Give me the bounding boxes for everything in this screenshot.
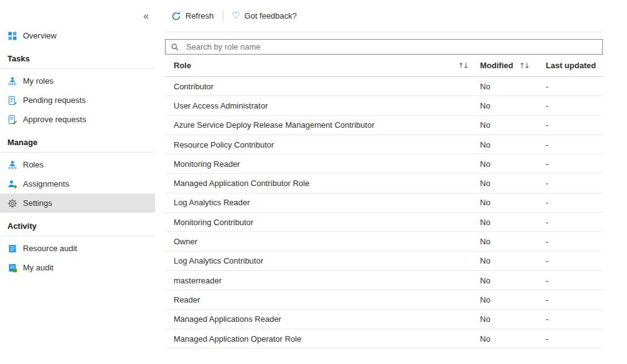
feedback-button[interactable]: ♡ Got feedback? xyxy=(232,11,297,20)
table-body: Contributor No - User Access Administrat… xyxy=(165,77,603,348)
modified-value: No xyxy=(480,256,546,265)
collapse-sidebar-icon[interactable]: « xyxy=(143,11,149,21)
sidebar-item-my-audit[interactable]: My audit xyxy=(0,258,155,277)
table-row[interactable]: Managed Application Operator Role No - xyxy=(165,329,603,348)
last-updated-value: - xyxy=(546,295,603,304)
resource-audit-icon xyxy=(7,244,17,254)
modified-value: No xyxy=(480,101,546,110)
command-bar: Refresh ♡ Got feedback? xyxy=(165,0,603,32)
search-icon xyxy=(171,43,180,51)
role-name: Monitoring Reader xyxy=(165,159,480,169)
sidebar-item-label: Resource audit xyxy=(23,244,77,253)
role-name: Azure Service Deploy Release Management … xyxy=(165,120,480,130)
toolbar-divider xyxy=(223,11,223,21)
role-name: Managed Applications Reader xyxy=(165,314,480,324)
role-name: Log Analytics Contributor xyxy=(165,256,480,265)
sidebar-section-header-tasks: Tasks xyxy=(0,45,155,68)
settings-gear-icon xyxy=(7,198,17,208)
last-updated-value: - xyxy=(546,101,603,110)
table-row[interactable]: Resource Policy Contributor No - xyxy=(165,135,603,154)
sidebar-item-assignments[interactable]: Assignments xyxy=(0,174,155,193)
table-row[interactable]: masterreader No - xyxy=(165,271,603,290)
sidebar-section-header-activity: Activity xyxy=(0,213,155,236)
column-header-last-updated[interactable]: Last updated xyxy=(546,61,596,70)
table-row[interactable]: Log Analytics Contributor No - xyxy=(165,252,603,271)
column-header-modified[interactable]: Modified xyxy=(480,61,513,70)
search-input[interactable] xyxy=(185,42,597,52)
sidebar-item-roles[interactable]: Roles xyxy=(0,155,155,174)
sidebar-item-label: Overview xyxy=(23,31,56,40)
last-updated-value: - xyxy=(546,334,603,344)
role-name: Monitoring Contributor xyxy=(165,218,480,227)
roles-icon xyxy=(7,160,17,170)
last-updated-value: - xyxy=(546,218,603,227)
modified-value: No xyxy=(480,295,546,304)
sidebar-item-resource-audit[interactable]: Resource audit xyxy=(0,239,155,258)
role-name: Managed Application Contributor Role xyxy=(165,179,480,188)
modified-value: No xyxy=(480,82,546,91)
table-row[interactable]: Monitoring Contributor No - xyxy=(165,213,603,232)
table-row[interactable]: Managed Application Contributor Role No … xyxy=(165,174,603,193)
feedback-label: Got feedback? xyxy=(244,11,297,20)
refresh-icon xyxy=(171,11,181,21)
role-name: Managed Application Operator Role xyxy=(165,334,480,344)
refresh-label: Refresh xyxy=(185,11,214,20)
sidebar-divider xyxy=(0,152,155,153)
sidebar-item-label: My audit xyxy=(23,263,53,272)
last-updated-value: - xyxy=(546,314,603,324)
sidebar-item-label: Pending requests xyxy=(23,95,86,105)
modified-value: No xyxy=(480,237,546,246)
last-updated-value: - xyxy=(546,237,603,246)
last-updated-value: - xyxy=(546,276,603,285)
main-content: Refresh ♡ Got feedback? Role ↑↓ Modified… xyxy=(165,0,603,348)
sidebar-divider xyxy=(0,236,155,236)
overview-icon xyxy=(7,31,17,41)
table-row[interactable]: User Access Administrator No - xyxy=(165,96,603,115)
refresh-button[interactable]: Refresh xyxy=(171,11,214,21)
last-updated-value: - xyxy=(546,82,603,91)
role-name: masterreader xyxy=(165,276,480,285)
modified-value: No xyxy=(480,140,546,149)
sidebar-item-label: Settings xyxy=(23,198,52,208)
last-updated-value: - xyxy=(546,198,603,207)
sidebar-item-overview[interactable]: Overview xyxy=(0,26,155,45)
table-row[interactable]: Managed Applications Reader No - xyxy=(165,310,603,329)
assignments-icon xyxy=(7,179,17,189)
table-row[interactable]: Contributor No - xyxy=(165,77,603,96)
column-header-role[interactable]: Role xyxy=(174,61,191,70)
sort-role-icon[interactable]: ↑↓ xyxy=(458,61,469,70)
table-row[interactable]: Log Analytics Reader No - xyxy=(165,193,603,213)
modified-value: No xyxy=(480,120,546,130)
table-row[interactable]: Monitoring Reader No - xyxy=(165,154,603,174)
modified-value: No xyxy=(480,218,546,227)
search-box xyxy=(165,39,603,55)
last-updated-value: - xyxy=(546,256,603,265)
last-updated-value: - xyxy=(546,120,603,130)
modified-value: No xyxy=(480,276,546,285)
role-name: User Access Administrator xyxy=(165,101,480,110)
role-name: Contributor xyxy=(165,82,480,91)
table-row[interactable]: Reader No - xyxy=(165,290,603,309)
sidebar-item-label: Assignments xyxy=(23,179,69,189)
sidebar-item-my-roles[interactable]: My roles xyxy=(0,71,155,91)
sidebar-divider xyxy=(0,68,155,69)
table-row[interactable]: Owner No - xyxy=(165,232,603,251)
sort-modified-icon[interactable]: ↑↓ xyxy=(518,61,530,70)
approve-requests-icon xyxy=(7,115,17,125)
modified-value: No xyxy=(480,198,546,207)
table-row[interactable]: Azure Service Deploy Release Management … xyxy=(165,116,603,135)
last-updated-value: - xyxy=(546,179,603,188)
last-updated-value: - xyxy=(546,159,603,169)
sidebar-section-header-manage: Manage xyxy=(0,129,155,152)
sidebar: « Overview Tasks My roles Pending reques… xyxy=(0,0,155,364)
sidebar-item-pending-requests[interactable]: Pending requests xyxy=(0,91,155,110)
sidebar-item-label: Approve requests xyxy=(23,115,86,124)
sidebar-item-approve-requests[interactable]: Approve requests xyxy=(0,110,155,129)
last-updated-value: - xyxy=(546,140,603,149)
sidebar-item-settings[interactable]: Settings xyxy=(0,193,155,213)
modified-value: No xyxy=(480,334,546,344)
role-name: Resource Policy Contributor xyxy=(165,140,480,149)
role-name: Owner xyxy=(165,237,480,246)
role-name: Log Analytics Reader xyxy=(165,198,480,207)
modified-value: No xyxy=(480,179,546,188)
